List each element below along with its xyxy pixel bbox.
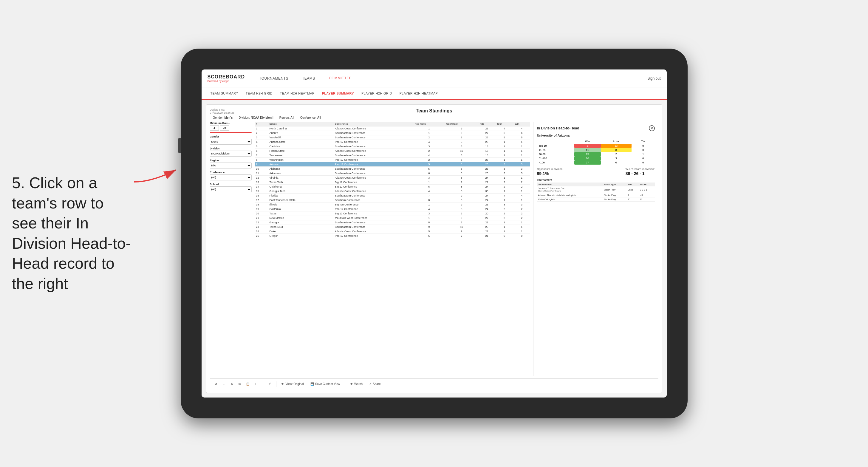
redo-left-icon[interactable]: ←	[221, 382, 227, 386]
table-row[interactable]: 3 Vanderbilt Southeastern Conference 2 8…	[255, 135, 530, 140]
filter-gender: Gender: Men's	[213, 116, 233, 119]
h2h-range-row: 11-25 11 8 0	[537, 148, 655, 152]
nav-teams[interactable]: TEAMS	[300, 75, 317, 82]
cell-num: 8	[255, 158, 268, 162]
card-body: Minimum Rou... Gender	[210, 122, 658, 376]
tourney-col-score: Score	[639, 183, 655, 186]
share-label: Share	[373, 382, 381, 385]
cell-reg-rank: 4	[413, 189, 445, 193]
col-num: #	[255, 122, 268, 126]
region-select[interactable]: N/A	[210, 162, 252, 168]
sub-nav-player-h2h-grid[interactable]: PLAYER H2H GRID	[359, 90, 395, 97]
cell-tour: 1	[495, 229, 514, 234]
table-row[interactable]: 13 Texas Tech Big 12 Conference 1 9 27 2…	[255, 180, 530, 185]
table-row[interactable]: 21 New Mexico Mountain West Conference 1…	[255, 216, 530, 220]
table-row[interactable]: 5 Ole Miss Southeastern Conference 3 6 1…	[255, 144, 530, 149]
table-row[interactable]: 15 Georgia Tech Atlantic Coast Conferenc…	[255, 189, 530, 193]
sub-nav-team-h2h-heatmap[interactable]: TEAM H2H HEATMAP	[277, 90, 317, 97]
cell-conference: Southern Conference	[333, 198, 413, 203]
tourney-pos: Loss	[626, 186, 639, 193]
undo-icon[interactable]: ↺	[214, 382, 218, 386]
sub-nav-player-h2h-heatmap[interactable]: PLAYER H2H HEATMAP	[397, 90, 441, 97]
copy-icon[interactable]: ⧉	[237, 382, 242, 386]
table-row[interactable]: 6 Florida State Atlantic Coast Conferenc…	[255, 149, 530, 153]
filter-conference: Conference: All	[300, 116, 321, 119]
sub-nav-team-h2h-grid[interactable]: TEAM H2H GRID	[243, 90, 276, 97]
division-select[interactable]: NCAA Division I	[210, 151, 252, 157]
min-row-max-input[interactable]	[220, 125, 229, 131]
cell-reg-rank: 2	[413, 149, 445, 153]
clock-icon[interactable]: ⏱	[268, 382, 273, 386]
cell-reg-rank: 7	[413, 193, 445, 198]
min-row-min-input[interactable]	[210, 125, 219, 131]
conference-select[interactable]: (All)	[210, 175, 252, 180]
table-row[interactable]: 18 Illinois Big Ten Conference 1 9 23 3 …	[255, 203, 530, 207]
logo-area: SCOREBOARD Powered by clippd	[208, 74, 245, 83]
table-row[interactable]: 20 Texas Big 12 Conference 3 7 20 2 2	[255, 212, 530, 216]
save-custom-button[interactable]: 💾 Save Custom View	[309, 382, 342, 386]
table-row[interactable]: 8 Washington Pac-12 Conference 2 8 23 1 …	[255, 158, 530, 162]
table-row[interactable]: 10 Alabama Southeastern Conference 5 8 2…	[255, 167, 530, 171]
h2h-loss-header: Loss	[601, 139, 631, 144]
table-row[interactable]: 17 East Tennessee State Southern Confere…	[255, 198, 530, 203]
nav-tournaments[interactable]: TOURNAMENTS	[257, 75, 291, 82]
cell-num: 10	[255, 167, 268, 171]
table-row[interactable]: 25 Oregon Pac-12 Conference 5 7 21 0 0	[255, 234, 530, 238]
toolbar-separator-1	[276, 381, 276, 387]
table-row[interactable]: 11 Arkansas Southeastern Conference 6 8 …	[255, 171, 530, 176]
cell-school: Oklahoma	[268, 185, 333, 189]
cell-rds: 20	[478, 225, 495, 229]
table-row[interactable]: 16 Florida Southeastern Conference 7 9 2…	[255, 193, 530, 198]
h2h-tie-header: Tie	[631, 139, 655, 144]
table-row[interactable]: 19 California Pac-12 Conference 4 8 24 2…	[255, 207, 530, 212]
table-row[interactable]: 23 Texas A&M Southeastern Conference 9 1…	[255, 225, 530, 229]
cell-win: 3	[514, 167, 530, 171]
cell-tour: 6	[495, 131, 514, 135]
table-row[interactable]: 12 Virginia Atlantic Coast Conference 3 …	[255, 176, 530, 180]
col-rds: Rds	[478, 122, 495, 126]
range-loss: 2	[601, 152, 631, 156]
table-row[interactable]: 14 Oklahoma Big 12 Conference 6 8 24 2 2	[255, 185, 530, 189]
h2h-range-row: 51-100 20 3 0	[537, 156, 655, 160]
cell-conference: Southeastern Conference	[333, 144, 413, 149]
cell-conf-rank: 9	[445, 193, 478, 198]
col-conf-rank: Conf Rank	[445, 122, 478, 126]
update-date-label: 27/03/2024 15:56:26	[210, 111, 235, 114]
share-button[interactable]: ↗ Share	[367, 382, 382, 386]
redo-right-icon[interactable]: ↻	[229, 382, 235, 386]
cell-conference: Pac-12 Conference	[333, 207, 413, 212]
sub-nav-player-summary[interactable]: PLAYER SUMMARY	[319, 90, 357, 97]
cell-conference: Atlantic Coast Conference	[333, 189, 413, 193]
school-select[interactable]: (All)	[210, 186, 252, 192]
cell-tour: 2	[495, 185, 514, 189]
cell-reg-rank: 5	[413, 229, 445, 234]
cell-conf-rank: 7	[445, 234, 478, 238]
sub-nav-team-summary[interactable]: TEAM SUMMARY	[208, 90, 241, 97]
h2h-close-button[interactable]: ✕	[649, 125, 655, 131]
minus-icon[interactable]: −	[260, 382, 265, 386]
min-row-slider[interactable]	[210, 132, 252, 133]
cell-rds: 23	[478, 203, 495, 207]
col-win: Win	[514, 122, 530, 126]
gender-select[interactable]: Men's	[210, 139, 252, 145]
table-row[interactable]: 9 Arizona Pac-12 Conference 5 8 23 3 3	[255, 162, 530, 167]
cell-num: 22	[255, 220, 268, 225]
cell-school: North Carolina	[268, 126, 333, 131]
cell-conference: Big 12 Conference	[333, 180, 413, 185]
sign-out[interactable]: | Sign out	[646, 76, 661, 81]
cell-num: 24	[255, 229, 268, 234]
view-original-button[interactable]: 👁 View: Original	[279, 382, 306, 386]
table-row[interactable]: 4 Arizona State Pac-12 Conference 4 5 26…	[255, 140, 530, 144]
nav-committee[interactable]: COMMITTEE	[327, 74, 354, 82]
table-row[interactable]: 24 Duke Atlantic Coast Conference 5 9 27…	[255, 229, 530, 234]
watch-button[interactable]: 👁 Watch	[348, 382, 364, 386]
table-row[interactable]: 1 North Carolina Atlantic Coast Conferen…	[255, 126, 530, 131]
table-row[interactable]: 2 Auburn Southeastern Conference 1 9 27 …	[255, 131, 530, 135]
cell-conference: Big 12 Conference	[333, 212, 413, 216]
cell-num: 15	[255, 189, 268, 193]
tourney-event-type: Stroke Play	[602, 197, 627, 201]
table-row[interactable]: 22 Georgia Southeastern Conference 8 7 2…	[255, 220, 530, 225]
add-icon[interactable]: +	[254, 382, 258, 386]
table-row[interactable]: 7 Tennessee Southeastern Conference 4 6 …	[255, 153, 530, 158]
paste-icon[interactable]: 📋	[245, 382, 251, 386]
